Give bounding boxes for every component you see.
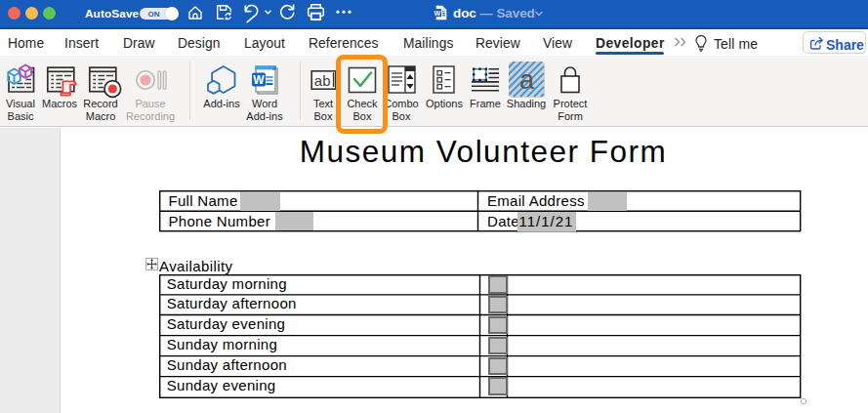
svg-text:a: a	[519, 65, 535, 95]
svg-text:ab: ab	[314, 72, 331, 89]
svg-text:W: W	[253, 73, 265, 87]
svg-text:W: W	[434, 10, 440, 17]
